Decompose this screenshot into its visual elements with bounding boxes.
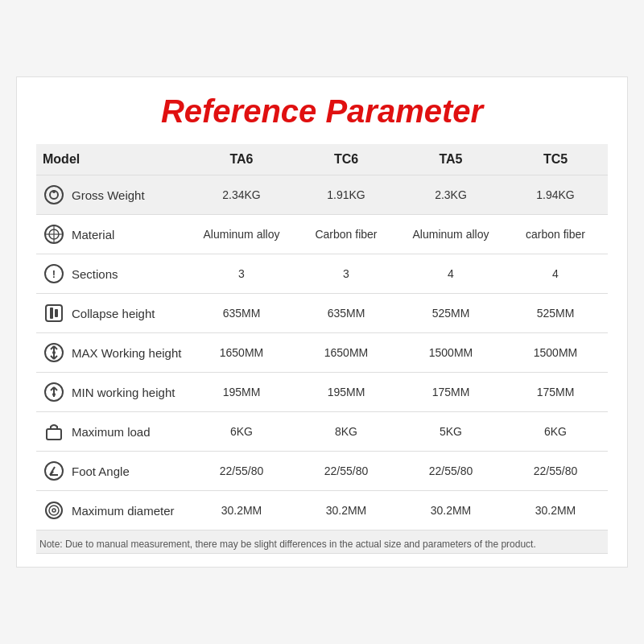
- material-val-col2: Aluminum alloy: [398, 215, 503, 254]
- collapse-height-val-col3: 525MM: [503, 294, 608, 333]
- material-val-col1: Carbon fiber: [294, 215, 398, 254]
- max-working-height-val-col2: 1500MM: [398, 333, 503, 373]
- svg-point-30: [52, 509, 56, 512]
- foot-angle-label-cell: Foot Angle: [36, 452, 189, 491]
- sections-icon: !: [43, 262, 65, 285]
- table-row-material: MaterialAluminum alloyCarbon fiberAlumin…: [36, 215, 608, 254]
- min-height-icon: [43, 381, 65, 403]
- foot-angle-val-col3: 22/55/80: [503, 452, 608, 491]
- gross-weight-val-col3: 1.94KG: [503, 175, 608, 215]
- model-header-label: Model: [36, 144, 189, 175]
- sections-val-col1: 3: [294, 254, 398, 294]
- weight-icon: [43, 184, 65, 206]
- material-label: Material: [72, 228, 114, 242]
- gross-weight-val-col0: 2.34KG: [189, 175, 294, 215]
- maximum-load-label: Maximum load: [72, 425, 151, 439]
- max-diameter-val-col3: 30.2MM: [503, 491, 608, 530]
- note-text: Note: Due to manual measurement, there m…: [36, 530, 608, 554]
- min-working-height-val-col0: 195MM: [189, 373, 294, 412]
- min-working-height-val-col3: 175MM: [503, 373, 608, 412]
- col-header-ta5: TA5: [398, 144, 503, 175]
- svg-point-23: [52, 393, 56, 396]
- collapse-height-val-col2: 525MM: [398, 294, 503, 333]
- gross-weight-label: Gross Weight: [72, 188, 145, 202]
- foot-angle-label: Foot Angle: [72, 464, 130, 478]
- svg-rect-11: [55, 309, 58, 317]
- maximum-load-val-col0: 6KG: [189, 412, 294, 452]
- max-working-height-val-col3: 1500MM: [503, 333, 608, 373]
- max-working-height-val-col0: 1650MM: [189, 333, 294, 373]
- col-header-tc5: TC5: [503, 144, 608, 175]
- angle-icon: [43, 460, 65, 482]
- gross-weight-label-cell: Gross Weight: [36, 175, 189, 215]
- table-row-sections: !Sections3344: [36, 254, 608, 294]
- table-row-max-diameter: Maximum diameter30.2MM30.2MM30.2MM30.2MM: [36, 491, 608, 530]
- collapse-height-label: Collapse height: [72, 307, 155, 320]
- material-icon: [43, 223, 65, 246]
- max-height-icon: [43, 341, 65, 364]
- min-working-height-label: MIN working height: [72, 386, 175, 399]
- maximum-load-val-col3: 6KG: [503, 412, 608, 452]
- svg-point-28: [46, 502, 62, 518]
- table-row-foot-angle: Foot Angle22/55/8022/55/8022/55/8022/55/…: [36, 452, 608, 491]
- diameter-icon: [43, 499, 65, 522]
- foot-angle-val-col2: 22/55/80: [398, 452, 503, 491]
- table-row-gross-weight: Gross Weight2.34KG1.91KG2.3KG1.94KG: [36, 175, 608, 215]
- table-row-min-working-height: MIN working height195MM195MM175MM175MM: [36, 373, 608, 412]
- note-row: Note: Due to manual measurement, there m…: [36, 530, 608, 554]
- maximum-load-val-col2: 5KG: [398, 412, 503, 452]
- svg-point-29: [49, 506, 59, 515]
- material-val-col3: carbon fiber: [503, 215, 608, 254]
- sections-val-col3: 4: [503, 254, 608, 294]
- maximum-load-label-cell: Maximum load: [36, 412, 189, 452]
- foot-angle-val-col0: 22/55/80: [189, 452, 294, 491]
- min-working-height-label-cell: MIN working height: [36, 373, 189, 412]
- svg-point-18: [52, 351, 56, 354]
- max-working-height-label: MAX Working height: [72, 346, 181, 360]
- svg-rect-9: [46, 305, 62, 321]
- maximum-load-val-col1: 8KG: [294, 412, 398, 452]
- svg-point-0: [45, 186, 63, 204]
- table-row-maximum-load: Maximum load6KG8KG5KG6KG: [36, 412, 608, 452]
- collapse-height-label-cell: Collapse height: [36, 294, 189, 333]
- col-header-tc6: TC6: [294, 144, 398, 175]
- svg-rect-10: [50, 308, 53, 319]
- foot-angle-val-col1: 22/55/80: [294, 452, 398, 491]
- sections-label: Sections: [72, 267, 118, 281]
- sections-val-col2: 4: [398, 254, 503, 294]
- max-diameter-label-cell: Maximum diameter: [36, 491, 189, 530]
- svg-rect-24: [47, 429, 61, 440]
- svg-line-27: [50, 467, 55, 475]
- load-icon: [43, 420, 65, 443]
- table-row-collapse-height: Collapse height635MM635MM525MM525MM: [36, 294, 608, 333]
- sections-val-col0: 3: [189, 254, 294, 294]
- svg-point-2: [52, 190, 56, 193]
- table-header-row: Model TA6 TC6 TA5 TC5: [36, 144, 608, 175]
- max-working-height-label-cell: MAX Working height: [36, 333, 189, 373]
- svg-point-25: [45, 462, 63, 480]
- max-diameter-val-col0: 30.2MM: [189, 491, 294, 530]
- svg-text:!: !: [52, 268, 56, 280]
- max-diameter-label: Maximum diameter: [72, 504, 175, 518]
- min-working-height-val-col1: 195MM: [294, 373, 398, 412]
- sections-label-cell: !Sections: [36, 254, 189, 294]
- col-header-ta6: TA6: [189, 144, 294, 175]
- material-label-cell: Material: [36, 215, 189, 254]
- max-working-height-val-col1: 1650MM: [294, 333, 398, 373]
- material-val-col0: Aluminum alloy: [189, 215, 294, 254]
- max-diameter-val-col1: 30.2MM: [294, 491, 398, 530]
- page-title: Reference Parameter: [36, 93, 608, 130]
- collapse-height-val-col1: 635MM: [294, 294, 398, 333]
- parameter-table: Model TA6 TC6 TA5 TC5 Gross Weight2.34KG…: [36, 144, 608, 554]
- table-row-max-working-height: MAX Working height1650MM1650MM1500MM1500…: [36, 333, 608, 373]
- max-diameter-val-col2: 30.2MM: [398, 491, 503, 530]
- gross-weight-val-col2: 2.3KG: [398, 175, 503, 215]
- gross-weight-val-col1: 1.91KG: [294, 175, 398, 215]
- min-working-height-val-col2: 175MM: [398, 373, 503, 412]
- collapse-icon: [43, 302, 65, 324]
- reference-parameter-table: Reference Parameter Model TA6 TC6 TA5 TC…: [16, 76, 628, 568]
- collapse-height-val-col0: 635MM: [189, 294, 294, 333]
